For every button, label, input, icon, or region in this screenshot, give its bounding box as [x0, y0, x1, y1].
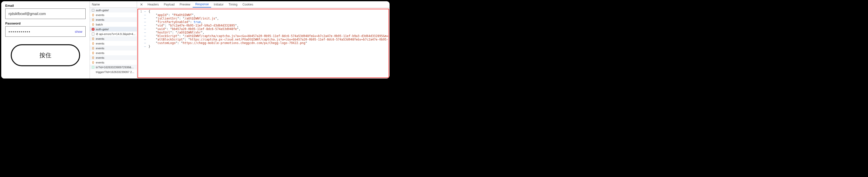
xhr-icon: {} — [91, 61, 95, 64]
tab-initiator[interactable]: Initiator — [211, 1, 226, 7]
network-request-row[interactable]: tr/?id=1626332390972938&... — [90, 65, 137, 70]
response-body[interactable]: 1 ––––––––––– { "appId": "PXaOtQIWNf", "… — [137, 9, 389, 78]
network-request-name: tr/?id=1626332390972938&... — [96, 66, 134, 69]
network-request-row[interactable]: {}events — [90, 36, 137, 41]
password-value: ●●●●●●●●●●● — [8, 30, 75, 33]
network-request-row[interactable]: ⊘ api-errors?v=14.9.3&pid=4... — [90, 31, 137, 36]
tab-preview[interactable]: Preview — [177, 1, 193, 7]
show-password-link[interactable]: show — [75, 30, 82, 33]
network-request-row[interactable]: {}events — [90, 51, 137, 55]
password-label: Password — [5, 22, 86, 25]
network-request-row[interactable]: trigger/?id=162633239097 2... — [90, 70, 137, 74]
document-icon — [91, 8, 95, 12]
xhr-icon: {} — [91, 42, 95, 45]
network-request-name: events — [96, 56, 104, 59]
network-request-name: events — [96, 51, 104, 54]
error-icon: ! — [91, 27, 95, 31]
hold-button-label: 按住 — [39, 51, 52, 59]
network-request-row[interactable]: !auth-gate/ — [90, 27, 137, 31]
xhr-icon: {} — [91, 37, 95, 41]
xhr-icon: {} — [91, 47, 95, 50]
tab-response[interactable]: Response — [193, 1, 211, 7]
login-form: Email njdsikfbcwif@gmail.com Password ●●… — [1, 1, 90, 78]
network-requests-panel: Name auth-gate/{}events{}events{}batch!a… — [90, 1, 137, 78]
email-value: njdsikfbcwif@gmail.com — [8, 12, 46, 16]
network-request-name: events — [96, 14, 104, 17]
network-request-name: events — [96, 37, 104, 40]
network-request-row[interactable]: {}batch — [90, 22, 137, 27]
tab-timing[interactable]: Timing — [226, 1, 240, 7]
network-request-row[interactable]: {}events — [90, 46, 137, 51]
xhr-icon: {} — [91, 51, 95, 55]
xhr-icon: {} — [91, 18, 95, 22]
network-request-name: events — [96, 18, 104, 21]
tab-cookies[interactable]: Cookies — [240, 1, 255, 7]
network-request-row[interactable]: {}events — [90, 17, 137, 22]
fold-gutter: ––––––––––– — [143, 9, 147, 77]
network-request-row[interactable]: {}events — [90, 60, 137, 65]
network-request-row[interactable]: {}events — [90, 12, 137, 17]
network-request-name: auth-gate/ — [96, 28, 109, 31]
network-request-name: ⊘ api-errors?v=14.9.3&pid=4... — [96, 32, 135, 36]
network-name-header[interactable]: Name — [90, 1, 137, 8]
close-icon[interactable]: ✕ — [138, 1, 145, 7]
network-request-name: batch — [96, 23, 103, 26]
network-request-name: events — [96, 61, 104, 64]
network-request-row[interactable]: {}events — [90, 55, 137, 60]
blank-icon — [91, 70, 95, 74]
email-label: Email — [5, 4, 86, 7]
xhr-icon: {} — [91, 13, 95, 17]
line-number-gutter: 1 — [138, 9, 143, 77]
hold-button[interactable]: 按住 — [11, 44, 80, 66]
code-content: { "appId": "PXaOtQIWNf", "jsClientSrc": … — [147, 9, 389, 77]
network-request-row[interactable]: {}events — [90, 41, 137, 46]
xhr-icon: {} — [91, 56, 95, 59]
network-request-name: trigger/?id=162633239097 2... — [96, 71, 134, 74]
tab-payload[interactable]: Payload — [161, 1, 177, 7]
network-request-row[interactable]: auth-gate/ — [90, 8, 137, 12]
tab-headers[interactable]: Headers — [145, 1, 161, 7]
password-field[interactable]: ●●●●●●●●●●● show — [5, 26, 86, 37]
network-requests-list: auth-gate/{}events{}events{}batch!auth-g… — [90, 8, 137, 74]
email-field[interactable]: njdsikfbcwif@gmail.com — [5, 8, 86, 19]
xhr-icon: {} — [91, 23, 95, 26]
network-request-name: events — [96, 42, 104, 45]
request-details-panel: ✕ HeadersPayloadPreviewResponseInitiator… — [137, 1, 390, 78]
details-tab-bar: ✕ HeadersPayloadPreviewResponseInitiator… — [137, 1, 390, 8]
network-request-name: events — [96, 47, 104, 50]
image-icon — [91, 66, 95, 69]
network-request-name: auth-gate/ — [96, 9, 109, 12]
script-icon — [91, 32, 95, 36]
